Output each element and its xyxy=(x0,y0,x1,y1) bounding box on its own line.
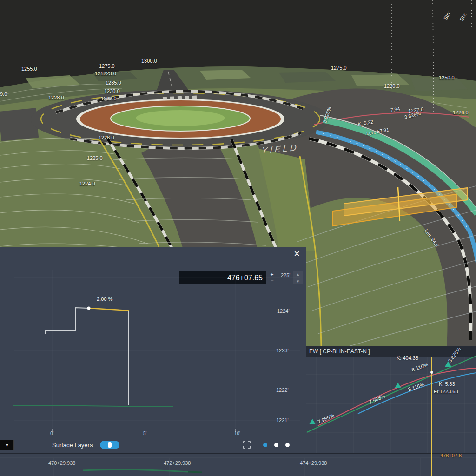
surface-layers-label: Surface Layers xyxy=(52,442,93,449)
profile-design-line-blue xyxy=(358,373,476,414)
page-dot[interactable] xyxy=(263,443,267,447)
profile-existing-ground-line xyxy=(307,356,476,432)
section-ground-line xyxy=(13,405,173,407)
civil-design-app: 1255.01275.01300.0121223.01235.01230.012… xyxy=(0,0,476,476)
cursor-intersection-dot xyxy=(430,371,433,374)
page-dot[interactable] xyxy=(274,443,278,447)
section-grip-point[interactable] xyxy=(87,307,91,310)
corner-dropdown[interactable]: ▼ xyxy=(0,440,14,450)
vpi-markers[interactable] xyxy=(309,361,451,424)
expand-icon[interactable] xyxy=(243,441,251,449)
toggle-knob xyxy=(108,442,112,448)
slope-label: 2.00 % xyxy=(97,296,112,302)
chevron-down-icon: ▼ xyxy=(5,443,9,448)
xsection-axis-ticks xyxy=(52,429,236,432)
section-slope-segment xyxy=(89,308,129,311)
page-dot[interactable] xyxy=(285,443,290,447)
roundabout xyxy=(31,90,330,149)
surface-layers-toggle[interactable] xyxy=(100,441,119,449)
xsection-footer: Surface Layers xyxy=(0,436,306,453)
xsection-grid xyxy=(14,270,300,428)
page-dots xyxy=(263,443,290,447)
strip-ground-line xyxy=(83,469,188,472)
strip-ground-line-tail xyxy=(188,472,202,472)
cross-section-chart[interactable] xyxy=(0,247,306,453)
profile-design-line-red xyxy=(318,368,476,426)
cross-section-panel: × 476+07.65 + − ▲ ▼ xyxy=(0,247,306,453)
